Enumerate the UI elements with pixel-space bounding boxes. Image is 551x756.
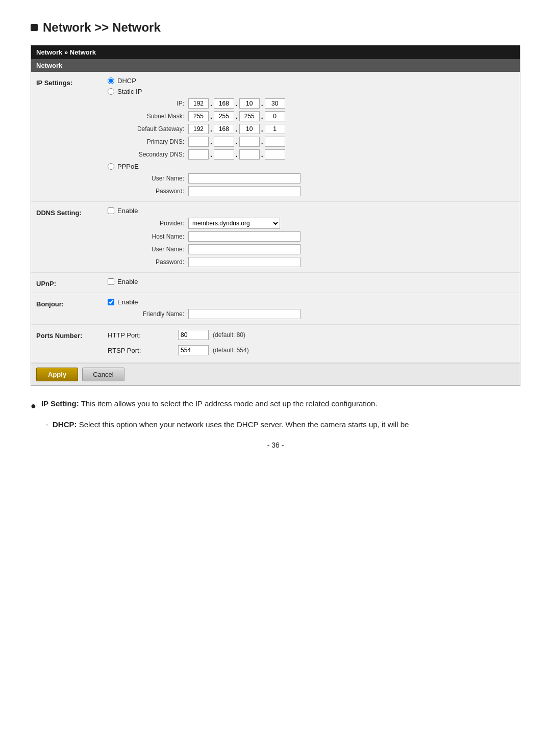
secondary-dns-row: Secondary DNS: . . .: [118, 149, 515, 160]
ip-settings-content: DHCP Static IP IP:: [108, 77, 515, 196]
gateway-octet-1[interactable]: [188, 124, 209, 134]
subnet-octet-2[interactable]: [214, 111, 234, 121]
pdns-octet-3[interactable]: [239, 137, 260, 147]
subnet-octet-3[interactable]: [239, 111, 260, 121]
button-row: Apply Cancel: [31, 363, 520, 385]
gateway-field-group: . . .: [188, 124, 285, 134]
bonjour-subform: Friendly Name:: [118, 309, 515, 319]
pppoe-username-input[interactable]: [188, 173, 300, 184]
rtsp-port-label: RTSP Port:: [108, 347, 174, 354]
dhcp-desc-text: DHCP: Select this option when your netwo…: [53, 419, 409, 431]
sdns-octet-4[interactable]: [265, 149, 285, 160]
sub-dash-1: -: [46, 419, 48, 431]
ip-field-label: IP:: [118, 100, 184, 107]
pppoe-username-label: User Name:: [118, 175, 184, 182]
ip-setting-body: This item allows you to select the IP ad…: [81, 399, 378, 408]
ip-setting-title: IP Setting:: [41, 399, 79, 408]
upnp-enable-checkbox[interactable]: [108, 278, 114, 285]
bonjour-label: Bonjour:: [36, 298, 108, 308]
sdns-octet-3[interactable]: [239, 149, 260, 160]
dhcp-description: - DHCP: Select this option when your net…: [46, 419, 520, 431]
title-bullet: [31, 24, 38, 31]
pdns-octet-2[interactable]: [214, 137, 234, 147]
pppoe-password-row: Password:: [118, 186, 515, 196]
gateway-label: Default Gateway:: [118, 125, 184, 133]
ddns-password-label: Password:: [118, 258, 184, 266]
primary-dns-field-group: . . .: [188, 137, 285, 147]
ddns-enable-checkbox[interactable]: [108, 207, 114, 214]
static-ip-subform: IP: . . .: [118, 98, 515, 160]
bonjour-section: Bonjour: Enable Friendly Name:: [31, 293, 520, 325]
page-number: - 36 -: [31, 441, 520, 449]
subnet-mask-row: Subnet Mask: . . .: [118, 111, 515, 121]
upnp-section: UPnP: Enable: [31, 273, 520, 293]
ddns-password-row: Password:: [118, 257, 515, 267]
ip-setting-description: ● IP Setting: This item allows you to se…: [31, 398, 520, 413]
upnp-enable-label: Enable: [117, 278, 138, 285]
subnet-field-group: . . .: [188, 111, 285, 121]
pppoe-subform: User Name: Password:: [118, 173, 515, 196]
ddns-content: Enable Provider: members.dyndns.org Host…: [108, 207, 515, 267]
ddns-provider-row: Provider: members.dyndns.org: [118, 218, 515, 229]
section-header: Network: [31, 59, 520, 72]
bonjour-enable-checkbox[interactable]: [108, 299, 114, 305]
bonjour-enable-label: Enable: [117, 298, 138, 306]
ddns-username-input[interactable]: [188, 244, 300, 254]
gateway-octet-3[interactable]: [239, 124, 260, 134]
pppoe-password-input[interactable]: [188, 186, 300, 196]
ddns-settings-section: DDNS Setting: Enable Provider: members.d…: [31, 202, 520, 273]
dhcp-radio[interactable]: [108, 77, 114, 84]
static-ip-radio[interactable]: [108, 88, 114, 95]
ddns-username-row: User Name:: [118, 244, 515, 254]
ddns-label: DDNS Setting:: [36, 207, 108, 217]
ip-octet-2[interactable]: [214, 98, 234, 109]
secondary-dns-label: Secondary DNS:: [118, 151, 184, 158]
ddns-hostname-input[interactable]: [188, 231, 300, 242]
bonjour-friendly-name-input[interactable]: [188, 309, 300, 319]
ddns-provider-select[interactable]: members.dyndns.org: [188, 218, 280, 229]
pppoe-username-row: User Name:: [118, 173, 515, 184]
pdns-octet-4[interactable]: [265, 137, 285, 147]
http-port-label: HTTP Port:: [108, 331, 174, 339]
ddns-hostname-label: Host Name:: [118, 233, 184, 240]
primary-dns-row: Primary DNS: . . .: [118, 137, 515, 147]
gateway-octet-2[interactable]: [214, 124, 234, 134]
subnet-octet-1[interactable]: [188, 111, 209, 121]
ip-field-group: . . .: [188, 98, 285, 109]
gateway-row: Default Gateway: . . .: [118, 124, 515, 134]
pppoe-option: PPPoE: [108, 163, 515, 170]
upnp-label: UPnP:: [36, 278, 108, 288]
http-port-input[interactable]: [178, 330, 209, 340]
panel-title-text: Network » Network: [36, 48, 96, 56]
ip-octet-1[interactable]: [188, 98, 209, 109]
primary-dns-label: Primary DNS:: [118, 138, 184, 145]
ddns-hostname-row: Host Name:: [118, 231, 515, 242]
pppoe-radio[interactable]: [108, 163, 114, 170]
pdns-octet-1[interactable]: [188, 137, 209, 147]
upnp-content: Enable: [108, 278, 515, 285]
panel-header: Network » Network: [31, 45, 520, 59]
title-text: Network >> Network: [43, 20, 161, 35]
subnet-octet-4[interactable]: [265, 111, 285, 121]
subnet-mask-label: Subnet Mask:: [118, 113, 184, 120]
ports-label: Ports Number:: [36, 330, 108, 340]
rtsp-port-input[interactable]: [178, 345, 209, 355]
bonjour-friendly-name-row: Friendly Name:: [118, 309, 515, 319]
bonjour-enable-checkbox-item: Enable: [108, 298, 515, 306]
dhcp-label: DHCP: [117, 77, 136, 85]
description-section: ● IP Setting: This item allows you to se…: [31, 398, 520, 431]
ddns-password-input[interactable]: [188, 257, 300, 267]
ip-octet-4[interactable]: [265, 98, 285, 109]
ip-octet-3[interactable]: [239, 98, 260, 109]
ddns-provider-label: Provider:: [118, 220, 184, 227]
sdns-octet-2[interactable]: [214, 149, 234, 160]
dhcp-title: DHCP:: [53, 420, 77, 429]
rtsp-port-row: RTSP Port: (default: 554): [108, 345, 515, 355]
apply-button[interactable]: Apply: [36, 368, 78, 381]
rtsp-port-default: (default: 554): [213, 347, 249, 354]
gateway-octet-4[interactable]: [265, 124, 285, 134]
cancel-button[interactable]: Cancel: [82, 368, 124, 381]
ddns-subform: Provider: members.dyndns.org Host Name: …: [118, 218, 515, 267]
desc-bullet-1: ●: [31, 399, 36, 413]
sdns-octet-1[interactable]: [188, 149, 209, 160]
